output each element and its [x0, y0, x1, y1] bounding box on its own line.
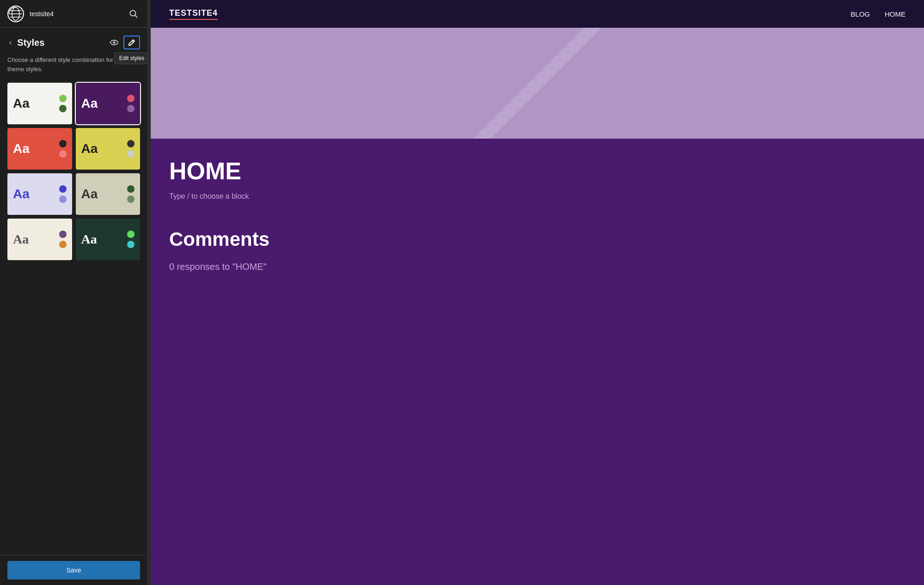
dot-primary [59, 231, 67, 238]
dot-secondary [59, 105, 67, 112]
dot-secondary [127, 241, 135, 248]
dot-secondary [59, 241, 67, 248]
style-card-lavender[interactable]: Aa [7, 173, 72, 215]
search-button[interactable] [127, 7, 140, 20]
style-dots [59, 185, 67, 203]
style-dots [59, 140, 67, 158]
style-dots [127, 231, 135, 248]
dot-primary [59, 95, 67, 102]
style-dots [127, 140, 135, 158]
sidebar-footer: Save [0, 555, 147, 585]
dot-secondary [59, 195, 67, 203]
svg-point-8 [113, 42, 116, 44]
main-preview: TESTSITE4 BLOG HOME HOME Type / to choos… [151, 0, 924, 585]
sidebar-content: ‹ Styles Edit styles Choose a different … [0, 28, 147, 555]
style-grid: Aa Aa Aa [7, 83, 140, 260]
back-button[interactable]: ‹ [7, 37, 13, 49]
style-card-label: Aa [81, 187, 98, 201]
sidebar-topbar: testsite4 [0, 0, 147, 28]
style-card-dark-green[interactable]: Aa [76, 219, 141, 260]
dot-secondary [127, 195, 135, 203]
svg-line-6 [135, 15, 137, 18]
dot-primary [127, 231, 135, 238]
style-card-label: Aa [13, 141, 30, 156]
style-card-yellow[interactable]: Aa [76, 128, 141, 170]
style-card-red[interactable]: Aa [7, 128, 72, 170]
preview-content: HOME Type / to choose a block Comments 0… [151, 139, 924, 585]
style-card-label: Aa [13, 187, 30, 201]
dot-secondary [127, 105, 135, 112]
style-card-label: Aa [81, 96, 98, 111]
site-title: testsite4 [30, 10, 127, 18]
sidebar: testsite4 ‹ Styles [0, 0, 148, 585]
pencil-icon [128, 39, 135, 46]
nav-link-home[interactable]: HOME [885, 10, 906, 18]
styles-title: Styles [17, 37, 107, 48]
style-card-purple[interactable]: Aa [76, 83, 141, 124]
styles-description: Choose a different style combination for… [7, 55, 140, 73]
preview-site-name: TESTSITE4 [169, 8, 218, 20]
style-card-tan[interactable]: Aa [76, 173, 141, 215]
style-card-cream[interactable]: Aa [7, 219, 72, 260]
search-icon [129, 9, 138, 18]
style-dots [127, 185, 135, 203]
dot-secondary [59, 150, 67, 158]
style-card-label: Aa [81, 141, 98, 156]
svg-line-9 [132, 41, 134, 42]
dot-primary [59, 140, 67, 147]
preview-nav: TESTSITE4 BLOG HOME [151, 0, 924, 28]
eye-icon [110, 38, 119, 47]
style-card-label: Aa [81, 232, 97, 247]
dot-primary [127, 95, 135, 102]
dot-secondary [127, 150, 135, 158]
style-card-default[interactable]: Aa [7, 83, 72, 124]
preview-styles-button[interactable] [107, 35, 122, 50]
preview-comments-count: 0 responses to "HOME" [169, 262, 906, 272]
style-dots [59, 231, 67, 248]
preview-nav-links: BLOG HOME [851, 10, 906, 18]
preview-block-hint: Type / to choose a block [169, 192, 906, 201]
style-card-label: Aa [13, 96, 30, 111]
dot-primary [127, 140, 135, 147]
dot-primary [127, 185, 135, 193]
style-card-label: Aa [13, 232, 29, 247]
svg-point-5 [130, 10, 136, 16]
styles-header: ‹ Styles Edit styles [7, 35, 140, 50]
preview-comments-title: Comments [169, 228, 906, 250]
wordpress-logo-icon [7, 6, 24, 22]
save-button[interactable]: Save [7, 561, 140, 579]
preview-hero-image [151, 28, 924, 139]
style-dots [59, 95, 67, 112]
nav-link-blog[interactable]: BLOG [851, 10, 870, 18]
style-dots [127, 95, 135, 112]
edit-styles-button[interactable]: Edit styles [123, 36, 140, 49]
dot-primary [59, 185, 67, 193]
preview-page-title: HOME [169, 157, 906, 185]
